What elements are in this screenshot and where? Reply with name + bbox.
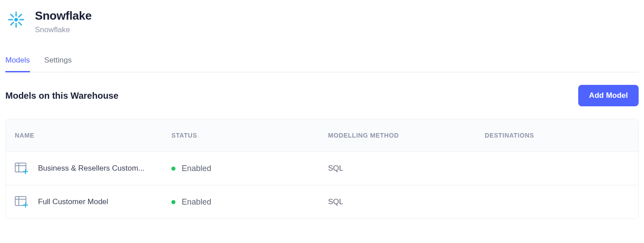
section-title: Models on this Warehouse — [5, 91, 119, 101]
snowflake-logo-icon — [5, 9, 27, 30]
method-label: SQL — [328, 197, 485, 206]
status-label: Enabled — [182, 197, 211, 207]
section-header: Models on this Warehouse Add Model — [5, 85, 639, 106]
svg-point-24 — [25, 204, 26, 206]
svg-rect-2 — [8, 19, 13, 21]
page-subtitle: Snowflake — [35, 25, 92, 34]
table-row[interactable]: Full Customer Model Enabled SQL — [6, 185, 638, 218]
method-label: SQL — [328, 164, 485, 173]
tab-models[interactable]: Models — [5, 56, 30, 72]
model-table-icon — [15, 196, 28, 208]
table-row[interactable]: Business & Resellers Custom... Enabled S… — [6, 152, 638, 185]
models-table: NAME STATUS MODELLING METHOD DESTINATION… — [5, 119, 639, 219]
column-header-destinations: DESTINATIONS — [485, 132, 629, 139]
svg-rect-7 — [18, 21, 22, 26]
column-header-method: MODELLING METHOD — [328, 132, 485, 139]
tab-bar: Models Settings — [5, 56, 639, 72]
model-name: Business & Resellers Custom... — [38, 164, 145, 173]
column-header-name: NAME — [15, 132, 171, 139]
svg-rect-0 — [16, 12, 17, 17]
svg-rect-3 — [19, 19, 24, 21]
svg-rect-4 — [18, 13, 22, 18]
svg-rect-9 — [15, 163, 26, 172]
page-title: Snowflake — [35, 9, 92, 23]
model-name: Full Customer Model — [38, 197, 108, 206]
status-label: Enabled — [182, 164, 211, 173]
status-dot-icon — [171, 200, 175, 204]
svg-point-16 — [25, 171, 26, 172]
table-header-row: NAME STATUS MODELLING METHOD DESTINATION… — [6, 119, 638, 152]
svg-rect-17 — [15, 197, 26, 205]
status-dot-icon — [171, 167, 175, 171]
tab-settings[interactable]: Settings — [44, 56, 72, 72]
model-table-icon — [15, 163, 28, 174]
add-model-button[interactable]: Add Model — [578, 85, 639, 106]
svg-rect-1 — [16, 23, 17, 28]
svg-point-8 — [14, 18, 18, 21]
svg-rect-5 — [10, 21, 14, 26]
svg-rect-6 — [10, 13, 14, 18]
column-header-status: STATUS — [171, 132, 328, 139]
page-header: Snowflake Snowflake — [5, 5, 639, 43]
